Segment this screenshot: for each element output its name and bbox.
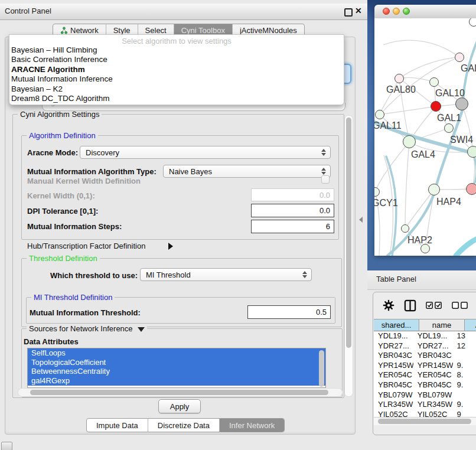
column-header-a[interactable]: A — [465, 319, 476, 331]
network-node-gal10[interactable] — [429, 77, 439, 87]
table-cell: YBR043C — [374, 351, 413, 361]
table-row[interactable]: YER054CYER054C8. — [374, 370, 476, 380]
table-row[interactable]: YBR045CYBR045C9. — [374, 380, 476, 390]
network-node-gal[interactable] — [455, 53, 464, 62]
algorithm-option-dream8-dc-tdc-algorithm[interactable]: Dream8 DC_TDC Algorithm — [9, 94, 344, 103]
aracne-mode-label: Aracne Mode: — [27, 148, 78, 157]
close-icon[interactable]: ✕ — [355, 6, 362, 15]
network-node-y[interactable] — [466, 183, 476, 195]
aracne-mode-combo[interactable]: Discovery — [80, 146, 331, 159]
network-node-gal1[interactable] — [431, 101, 441, 112]
mi-steps-field[interactable]: 6 — [251, 220, 334, 233]
table-rows: YDL19...YDL19...13YDR27...YDR27...12YBR0… — [374, 331, 476, 417]
bottom-tab-discretize-data[interactable]: Discretize Data — [148, 419, 220, 432]
network-node-gal80[interactable] — [395, 74, 404, 83]
table-row[interactable]: YIL052CYIL052C9 — [374, 410, 476, 417]
hub-section-label: Hub/Transcription Factor Definition — [27, 242, 145, 250]
settings-vscroll-thumb[interactable] — [346, 118, 351, 348]
close-traffic-icon[interactable] — [383, 8, 390, 15]
bottom-tab-impute-data[interactable]: Impute Data — [87, 419, 148, 432]
split-view-icon[interactable] — [404, 299, 416, 312]
tab-label: Select — [145, 26, 167, 35]
network-node-hap2[interactable] — [401, 224, 409, 233]
table-hscroll-thumb[interactable] — [378, 419, 471, 424]
table-cell: YER054C — [413, 370, 453, 380]
settings-vertical-scrollbar[interactable] — [344, 115, 353, 397]
mi-type-combo[interactable]: Naive Bayes — [163, 165, 331, 178]
control-panel-title: Control Panel — [5, 6, 51, 15]
table-cell: 12 — [453, 341, 476, 351]
table-cell: YIL052C — [413, 410, 453, 417]
table-row[interactable]: YBR043CYBR043C — [374, 351, 476, 361]
gear-icon[interactable] — [383, 299, 395, 311]
attributes-scrollbar[interactable] — [319, 350, 324, 387]
threshold-definition-legend: Threshold Definition — [27, 254, 100, 263]
algorithm-option-bayesian-hill-climbing[interactable]: Bayesian – Hill Climbing — [9, 45, 344, 55]
algorithm-option-mutual-information-inference[interactable]: Mutual Information Inference — [9, 74, 344, 84]
manual-kernel-label: Manual Kernel Width Definition — [27, 177, 141, 185]
network-window-titlebar[interactable] — [374, 5, 476, 19]
table-row[interactable]: YDR27...YDR27...12 — [374, 341, 476, 351]
network-node-hap4[interactable] — [428, 184, 440, 195]
which-threshold-label: Which threshold to use: — [50, 271, 138, 280]
mi-threshold-field[interactable]: 0.5 — [247, 305, 331, 319]
float-window-icon[interactable] — [344, 8, 353, 17]
splitter-collapse-icon[interactable] — [359, 217, 363, 223]
mi-type-label: Mutual Information Algorithm Type: — [27, 167, 157, 176]
network-node[interactable] — [420, 244, 430, 253]
data-attributes-list: SelfLoopsTopologicalCoefficientBetweenne… — [27, 348, 326, 388]
node-label-gal1: GAL1 — [437, 113, 461, 123]
dpi-tolerance-field[interactable]: 0.0 — [251, 204, 334, 217]
table-horizontal-scrollbar[interactable] — [374, 417, 476, 425]
attribute-item-topologicalcoefficient[interactable]: TopologicalCoefficient — [28, 358, 325, 367]
algorithm-option-basic-correlation-inference[interactable]: Basic Correlation Inference — [9, 55, 344, 64]
column-header-name[interactable]: name — [419, 319, 465, 331]
apply-button[interactable]: Apply — [158, 399, 201, 413]
algorithm-option-bayesian-k2[interactable]: Bayesian – K2 — [9, 84, 344, 94]
collapsed-panel-icon[interactable] — [1, 442, 12, 450]
table-row[interactable]: YBL079WYBL079W — [374, 390, 476, 400]
manual-kernel-checkbox[interactable] — [321, 175, 330, 184]
network-node-gal11[interactable] — [375, 110, 384, 119]
algorithm-definition-legend: Algorithm Definition — [27, 131, 98, 140]
attribute-item-gal4rgexp[interactable]: gal4RGexp — [28, 376, 325, 386]
table-cell — [453, 390, 476, 400]
stepper-arrows-icon — [321, 168, 326, 175]
bottom-tab-infer-network[interactable]: Infer Network — [220, 419, 284, 432]
algorithm-option-aracne-algorithm[interactable]: ARACNE Algorithm — [9, 65, 344, 74]
table-cell: YBR043C — [413, 351, 453, 361]
kernel-width-field[interactable]: 0.0 — [251, 188, 334, 201]
column-header-shared-[interactable]: shared... — [374, 319, 419, 331]
tab-label: jActiveMNodules — [240, 26, 297, 35]
attribute-item-selfloops[interactable]: SelfLoops — [28, 348, 325, 358]
attribute-item-betweennesscentrality[interactable]: BetweennessCentrality — [28, 367, 325, 376]
settings-horizontal-scrollbar[interactable] — [18, 388, 343, 397]
settings-hscroll-thumb[interactable] — [30, 390, 328, 395]
node-label-gcy1: GCY1 — [374, 198, 398, 208]
network-node-gal4[interactable] — [403, 135, 416, 148]
collapse-down-icon[interactable] — [138, 327, 145, 332]
table-row[interactable]: YDL19...YDL19...13 — [374, 331, 476, 341]
tab-label: Network — [70, 26, 99, 35]
table-row[interactable]: YPR145WYPR145W9. — [374, 361, 476, 371]
which-threshold-combo[interactable]: MI Threshold — [140, 268, 312, 281]
network-node[interactable] — [469, 18, 476, 27]
minimize-traffic-icon[interactable] — [393, 8, 400, 15]
stepper-arrows-icon — [302, 271, 307, 278]
network-node[interactable] — [455, 97, 468, 110]
expand-right-icon[interactable] — [168, 242, 173, 252]
table-row[interactable]: YLR345WYLR345W9. — [374, 400, 476, 410]
data-attributes-label: Data Attributes — [24, 337, 79, 346]
network-canvas[interactable]: GALGAL80GAL10GAL1GAL11SWI4GAL4GCY1HAP4YH… — [374, 18, 476, 256]
tab-label: Cyni Toolbox — [181, 26, 225, 35]
table-cell: 9 — [453, 410, 476, 417]
deselect-all-icon[interactable] — [452, 301, 468, 309]
zoom-traffic-icon[interactable] — [403, 8, 410, 15]
table-cell — [453, 351, 476, 361]
dpi-tolerance-label: DPI Tolerance [0,1]: — [27, 207, 98, 216]
network-node[interactable] — [467, 146, 476, 158]
mi-threshold-legend: MI Threshold Definition — [31, 293, 115, 302]
select-all-icon[interactable] — [426, 301, 442, 309]
node-label-hap4: HAP4 — [436, 197, 461, 207]
network-node-swi4[interactable] — [444, 123, 454, 133]
